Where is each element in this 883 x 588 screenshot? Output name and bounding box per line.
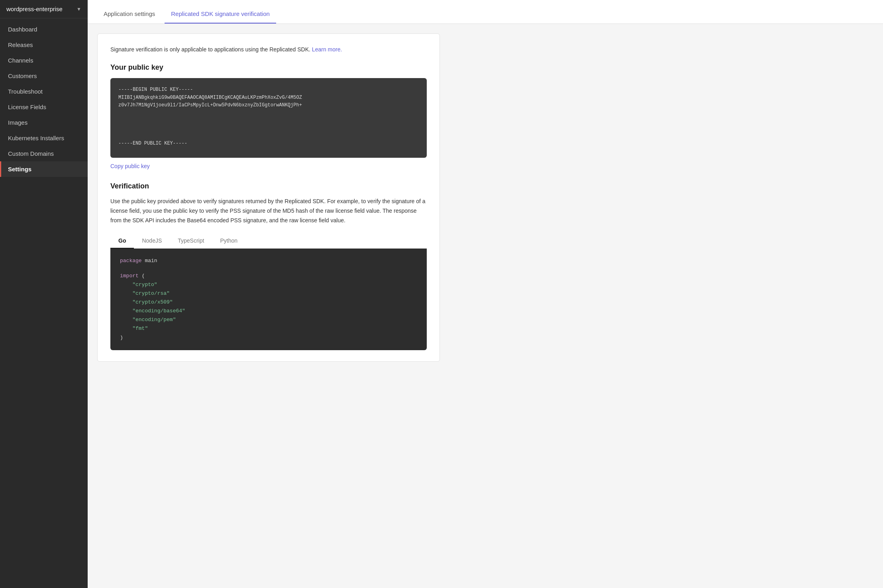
code-import-close: ) [120, 333, 417, 342]
sidebar-item-label: Images [8, 119, 27, 126]
main-panel: Application settings Replicated SDK sign… [88, 0, 883, 588]
go-code-block: package main import ( "crypto" "crypto/r… [110, 249, 427, 350]
tab-application-settings[interactable]: Application settings [97, 3, 161, 24]
sidebar-item-label: Custom Domains [8, 150, 54, 157]
intro-text: Signature verification is only applicabl… [110, 45, 427, 54]
sidebar: wordpress-enterprise ▼ Dashboard Release… [0, 0, 88, 588]
code-import-crypto-rsa: "crypto/rsa" [120, 289, 417, 298]
code-tab-nodejs[interactable]: NodeJS [134, 233, 170, 249]
code-tab-python[interactable]: Python [212, 233, 245, 249]
code-line-package: package main [120, 257, 417, 265]
code-import-encoding-pem: "encoding/pem" [120, 316, 417, 324]
public-key-block: -----BEGIN PUBLIC KEY----- MIIBIjANBgkqh… [110, 78, 427, 158]
settings-card: Signature verification is only applicabl… [97, 33, 440, 362]
sidebar-item-license-fields[interactable]: License Fields [0, 99, 88, 115]
learn-more-link[interactable]: Learn more. [312, 46, 342, 53]
code-import-crypto-x509: "crypto/x509" [120, 298, 417, 307]
verification-title: Verification [110, 182, 427, 190]
code-import-encoding-base64: "encoding/base64" [120, 307, 417, 316]
sidebar-item-label: Releases [8, 41, 33, 48]
code-tab-go[interactable]: Go [110, 233, 134, 249]
code-import-fmt: "fmt" [120, 324, 417, 333]
sidebar-item-label: Channels [8, 57, 33, 64]
sidebar-item-dashboard[interactable]: Dashboard [0, 22, 88, 37]
code-tabs: Go NodeJS TypeScript Python [110, 233, 427, 249]
verification-desc: Use the public key provided above to ver… [110, 197, 427, 225]
sidebar-nav: Dashboard Releases Channels Customers Tr… [0, 18, 88, 588]
app-selector[interactable]: wordpress-enterprise ▼ [0, 0, 88, 18]
verification-section: Verification Use the public key provided… [110, 182, 427, 350]
sidebar-item-label: Kubernetes Installers [8, 135, 64, 141]
keyword-package: package [120, 258, 142, 264]
sidebar-item-kubernetes-installers[interactable]: Kubernetes Installers [0, 130, 88, 146]
content-area: Signature verification is only applicabl… [88, 24, 883, 588]
sidebar-item-settings[interactable]: Settings [0, 161, 88, 177]
app-name: wordpress-enterprise [6, 6, 63, 12]
public-key-title: Your public key [110, 63, 427, 72]
sidebar-item-channels[interactable]: Channels [0, 53, 88, 68]
sidebar-item-releases[interactable]: Releases [0, 37, 88, 53]
keyword-import: import [120, 273, 139, 279]
sidebar-item-label: License Fields [8, 104, 46, 110]
sidebar-item-images[interactable]: Images [0, 115, 88, 130]
sidebar-item-label: Customers [8, 73, 37, 79]
tab-sdk-signature[interactable]: Replicated SDK signature verification [165, 3, 276, 24]
code-line-import: import ( [120, 272, 417, 280]
chevron-down-icon: ▼ [77, 6, 81, 12]
sidebar-item-label: Troubleshoot [8, 88, 43, 95]
code-tab-typescript[interactable]: TypeScript [170, 233, 212, 249]
code-import-crypto: "crypto" [120, 280, 417, 289]
sidebar-item-label: Dashboard [8, 26, 37, 33]
sidebar-item-troubleshoot[interactable]: Troubleshoot [0, 84, 88, 99]
sidebar-item-custom-domains[interactable]: Custom Domains [0, 146, 88, 161]
tabs-bar: Application settings Replicated SDK sign… [88, 0, 883, 24]
copy-public-key-link[interactable]: Copy public key [110, 163, 150, 169]
sidebar-item-customers[interactable]: Customers [0, 68, 88, 84]
sidebar-item-label: Settings [8, 166, 31, 172]
